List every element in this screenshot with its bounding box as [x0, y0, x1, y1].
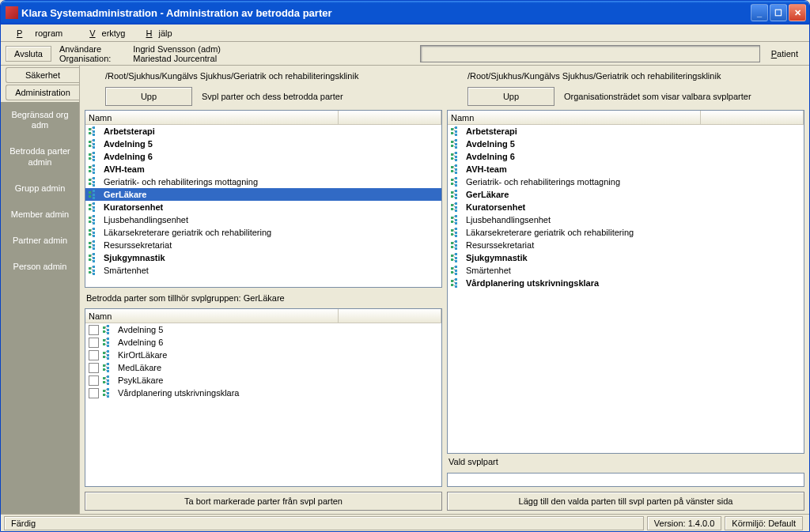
- list-item[interactable]: AVH-team: [85, 163, 441, 175]
- svg-rect-100: [107, 332, 109, 334]
- svg-rect-115: [107, 354, 109, 357]
- sidenav-partner[interactable]: Partner admin: [1, 228, 79, 254]
- svg-rect-36: [93, 184, 95, 187]
- checkbox[interactable]: [89, 375, 99, 386]
- list-item[interactable]: GerLäkare: [448, 188, 804, 201]
- list-item[interactable]: Avdelning 5: [448, 138, 804, 150]
- tab-administration[interactable]: Administration: [6, 85, 79, 100]
- betrodda-col-2[interactable]: [339, 309, 441, 323]
- list-item[interactable]: KirOrtLäkare: [85, 349, 441, 361]
- svg-line-30: [91, 167, 93, 169]
- svg-rect-204: [455, 222, 457, 224]
- list-item[interactable]: Arbetsterapi: [448, 125, 804, 138]
- list-item[interactable]: Ljusbehandlingsenhet: [85, 213, 441, 226]
- list-item[interactable]: Avdelning 6: [85, 336, 441, 349]
- svg-rect-236: [455, 273, 457, 275]
- checkbox[interactable]: [89, 388, 99, 398]
- right-col-2[interactable]: [701, 111, 804, 124]
- patient-field[interactable]: [420, 45, 760, 62]
- list-item[interactable]: Smärtenhet: [448, 264, 804, 277]
- list-item-label: Avdelning 6: [118, 338, 163, 347]
- svg-line-117: [105, 351, 107, 353]
- svg-rect-227: [455, 257, 457, 259]
- right-up-button[interactable]: Upp: [467, 87, 555, 106]
- list-item[interactable]: Avdelning 6: [448, 150, 804, 163]
- sidenav-begransad[interactable]: Begränsad org adm: [1, 102, 79, 138]
- menu-verktyg[interactable]: Verktyg: [77, 27, 131, 40]
- svg-rect-106: [107, 338, 109, 340]
- sidenav-member[interactable]: Member admin: [1, 202, 79, 228]
- tab-sakerhet[interactable]: Säkerhet: [6, 67, 79, 83]
- list-item[interactable]: Vårdplanering utskrivningsklara: [85, 387, 441, 399]
- vald-label: Vald svplpart: [447, 457, 804, 470]
- list-item[interactable]: Läkarsekreterare geriatrik och rehabilit…: [448, 226, 804, 239]
- svg-rect-148: [455, 134, 457, 136]
- betrodda-col-namn[interactable]: Namn: [85, 309, 339, 323]
- list-item[interactable]: Ljusbehandlingsenhet: [448, 213, 804, 226]
- menu-program[interactable]: Program: [4, 27, 75, 40]
- checkbox[interactable]: [89, 338, 99, 348]
- list-item[interactable]: Vårdplanering utskrivningsklara: [448, 277, 804, 289]
- list-item[interactable]: Kuratorsenhet: [85, 201, 441, 213]
- list-item[interactable]: MedLäkare: [85, 361, 441, 374]
- list-item[interactable]: Kuratorsenhet: [448, 201, 804, 213]
- svg-rect-122: [107, 363, 109, 365]
- remove-button[interactable]: Ta bort markerade parter från svpl parte…: [85, 492, 442, 511]
- org-tree-icon: [451, 177, 464, 187]
- checkbox[interactable]: [89, 325, 99, 335]
- svg-line-215: [453, 234, 455, 236]
- sidenav-betrodda[interactable]: Betrodda parter admin: [1, 138, 79, 175]
- left-col-namn[interactable]: Namn: [85, 111, 339, 124]
- list-item[interactable]: PsykLäkare: [85, 374, 441, 387]
- list-item[interactable]: Läkarsekreterare geriatrik och rehabilit…: [85, 226, 441, 239]
- right-col-namn[interactable]: Namn: [448, 111, 701, 124]
- checkbox[interactable]: [89, 350, 99, 360]
- sidenav-person[interactable]: Person admin: [1, 254, 79, 280]
- svg-line-22: [91, 154, 93, 157]
- list-item[interactable]: Avdelning 6: [85, 150, 441, 163]
- patient-button[interactable]: Patient: [765, 47, 804, 61]
- add-button[interactable]: Lägg till den valda parten till svpl par…: [447, 492, 804, 511]
- svg-rect-137: [103, 394, 105, 396]
- list-item[interactable]: Sjukgymnastik: [85, 251, 441, 264]
- svg-line-62: [91, 217, 93, 220]
- list-item-label: Geriatrik- och rehabiliterings mottagnin…: [466, 177, 620, 187]
- list-item[interactable]: Arbetsterapi: [85, 125, 441, 138]
- svg-line-191: [453, 196, 455, 198]
- list-item-label: Arbetsterapi: [466, 126, 517, 136]
- svg-line-86: [91, 255, 93, 258]
- list-item[interactable]: Resurssekretariat: [85, 239, 441, 251]
- left-desc: Svpl parter och dess betrodda parter: [202, 92, 442, 101]
- avsluta-button[interactable]: Avsluta: [6, 46, 51, 62]
- list-item[interactable]: Resurssekretariat: [448, 239, 804, 251]
- svg-line-110: [105, 340, 107, 342]
- left-col-2[interactable]: [339, 111, 441, 124]
- svg-line-46: [91, 192, 93, 194]
- menu-hjalp[interactable]: Hjälp: [134, 27, 179, 40]
- close-button[interactable]: ✕: [789, 4, 806, 21]
- sidenav-grupp[interactable]: Grupp admin: [1, 175, 79, 202]
- left-up-button[interactable]: Upp: [105, 87, 192, 106]
- org-tree-icon: [89, 126, 101, 136]
- list-item[interactable]: Geriatrik- och rehabiliterings mottagnin…: [85, 175, 441, 188]
- svg-rect-160: [451, 153, 453, 156]
- svg-rect-0: [89, 128, 91, 130]
- svg-rect-219: [455, 244, 457, 247]
- list-item[interactable]: Avdelning 5: [85, 323, 441, 336]
- org-tree-icon: [89, 253, 101, 262]
- minimize-button[interactable]: _: [751, 4, 768, 21]
- list-item[interactable]: Smärtenhet: [85, 264, 441, 277]
- list-item-label: Kuratorsenhet: [466, 202, 525, 212]
- svg-rect-107: [107, 341, 109, 344]
- list-item[interactable]: GerLäkare: [85, 188, 441, 201]
- list-item[interactable]: Geriatrik- och rehabiliterings mottagnin…: [448, 175, 804, 188]
- list-item[interactable]: Sjukgymnastik: [448, 251, 804, 264]
- maximize-button[interactable]: ☐: [770, 4, 787, 21]
- svg-rect-192: [451, 204, 453, 206]
- vald-field[interactable]: [447, 473, 804, 487]
- svg-rect-72: [89, 242, 91, 244]
- list-item[interactable]: Avdelning 5: [85, 138, 441, 150]
- checkbox[interactable]: [89, 363, 99, 373]
- titlebar[interactable]: Klara Systemadministration - Administrat…: [1, 1, 809, 25]
- list-item[interactable]: AVH-team: [448, 163, 804, 175]
